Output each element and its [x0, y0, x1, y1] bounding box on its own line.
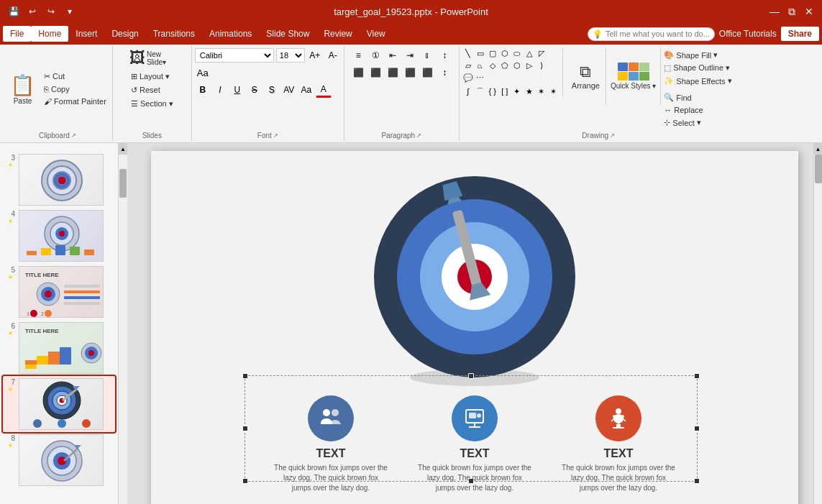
- new-slide-button[interactable]: 🖼 NewSlide▾: [128, 47, 168, 69]
- smart-art-btn[interactable]: ⬛: [419, 65, 435, 81]
- canvas-scroll-track[interactable]: [814, 155, 823, 504]
- slide-thumb-6[interactable]: 6 ★ TITLE HERE: [3, 320, 115, 376]
- office-tutorials-link[interactable]: Office Tutorials: [719, 29, 777, 39]
- shape-oval[interactable]: ⬭: [511, 47, 523, 59]
- align-left-btn[interactable]: ⬛: [350, 65, 366, 81]
- font-expand-icon[interactable]: ↗: [273, 132, 278, 139]
- close-btn[interactable]: ✕: [802, 4, 816, 19]
- replace-button[interactable]: ↔ Replace: [661, 104, 734, 116]
- shape-rect[interactable]: ▭: [475, 47, 486, 59]
- minimize-btn[interactable]: —: [767, 4, 782, 19]
- canvas-vscrollbar[interactable]: ▲ ▼: [813, 143, 822, 504]
- tell-me-bar[interactable]: 💡 Tell me what you want to do...: [588, 27, 715, 41]
- menu-insert[interactable]: Insert: [68, 26, 104, 42]
- menu-animations[interactable]: Animations: [202, 26, 259, 42]
- decrease-indent-btn[interactable]: ⇤: [385, 47, 401, 63]
- underline-btn[interactable]: U: [229, 82, 245, 98]
- strikethrough-btn[interactable]: S: [247, 82, 262, 98]
- shadow-btn[interactable]: S: [264, 82, 280, 98]
- shape-diamond[interactable]: ◇: [487, 60, 498, 71]
- cut-button[interactable]: ✂ Cut: [41, 70, 109, 83]
- restore-btn[interactable]: ⧉: [785, 4, 799, 19]
- increase-indent-btn[interactable]: ⇥: [402, 47, 418, 63]
- shape-arc[interactable]: ⌒: [475, 86, 486, 97]
- font-size-select[interactable]: 18: [276, 48, 305, 63]
- shape-star4[interactable]: ✦: [511, 86, 523, 97]
- layout-button[interactable]: ⊞ Layout ▾: [128, 70, 173, 83]
- bold-btn[interactable]: B: [195, 82, 211, 98]
- menu-file[interactable]: File: [3, 26, 31, 42]
- slide-canvas[interactable]: TEXT The quick brown fox jumps over the …: [151, 151, 798, 505]
- slide-thumb-7[interactable]: 7 ★: [3, 376, 115, 432]
- increase-font-btn[interactable]: A+: [307, 47, 323, 63]
- shape-isosceles-triangle[interactable]: △: [524, 47, 535, 59]
- scroll-thumb[interactable]: [119, 169, 127, 198]
- shape-snip-rect[interactable]: ⬡: [499, 47, 511, 59]
- shape-curve[interactable]: ∫: [462, 86, 474, 97]
- shape-rounded-rect[interactable]: ▢: [487, 47, 498, 59]
- shape-effects-button[interactable]: ✨ Shape Effects ▾: [661, 75, 734, 87]
- bullets-btn[interactable]: ≡: [350, 47, 366, 63]
- shape-parallelogram[interactable]: ▱: [462, 60, 474, 71]
- shape-line[interactable]: ╲: [462, 47, 474, 59]
- clear-format-btn[interactable]: Aa: [195, 65, 211, 81]
- slide-panel[interactable]: 3 ★ 4 ★: [0, 143, 119, 504]
- paragraph-expand-icon[interactable]: ↗: [416, 132, 421, 139]
- shape-more[interactable]: ⋯: [475, 72, 486, 83]
- shape-star5[interactable]: ★: [524, 86, 535, 97]
- shape-star6[interactable]: ✶: [536, 86, 547, 97]
- customize-quick-btn[interactable]: ▾: [62, 4, 78, 19]
- shape-bracket[interactable]: { }: [487, 86, 498, 97]
- copy-button[interactable]: ⎘ Copy: [41, 83, 109, 95]
- undo-quick-btn[interactable]: ↩: [24, 4, 40, 19]
- shape-trapezoid[interactable]: ⏢: [475, 60, 486, 71]
- arrange-button[interactable]: ⧉ Arrange: [566, 47, 606, 105]
- format-painter-button[interactable]: 🖌 Format Painter: [41, 96, 109, 107]
- justify-btn[interactable]: ⬛: [402, 65, 418, 81]
- quick-styles-button[interactable]: Quick Styles ▾: [606, 47, 661, 105]
- shape-brace[interactable]: [ ]: [499, 86, 511, 97]
- shape-pentagon[interactable]: ⬠: [499, 60, 511, 71]
- shape-callout[interactable]: 💬: [462, 72, 474, 83]
- save-quick-btn[interactable]: 💾: [6, 4, 22, 19]
- shape-star8[interactable]: ✴: [548, 86, 560, 97]
- slide-thumb-5[interactable]: 5 ★ TITLE HERE 1 2: [3, 264, 115, 320]
- shape-chevron[interactable]: ⟩: [536, 60, 547, 71]
- target-graphic[interactable]: [363, 165, 586, 390]
- paste-button[interactable]: 📋 Paste: [6, 72, 40, 106]
- slide-thumb-3[interactable]: 3 ★: [3, 152, 115, 208]
- reset-button[interactable]: ↺ Reset: [128, 84, 163, 96]
- scroll-up-btn[interactable]: ▲: [119, 143, 127, 155]
- share-button[interactable]: Share: [781, 27, 819, 41]
- shape-fill-button[interactable]: 🎨 Shape Fill ▾: [661, 49, 734, 61]
- menu-slideshow[interactable]: Slide Show: [259, 26, 316, 42]
- font-family-select[interactable]: Calibri: [195, 48, 274, 63]
- redo-quick-btn[interactable]: ↪: [43, 4, 59, 19]
- menu-home[interactable]: Home: [31, 26, 68, 42]
- align-center-btn[interactable]: ⬛: [367, 65, 383, 81]
- text-direction-btn[interactable]: ↕: [437, 47, 452, 63]
- align-right-btn[interactable]: ⬛: [385, 65, 401, 81]
- menu-transitions[interactable]: Transitions: [146, 26, 202, 42]
- shape-hexagon[interactable]: ⬡: [511, 60, 523, 71]
- select-button[interactable]: ⊹ Select ▾: [661, 116, 734, 129]
- char-spacing-btn[interactable]: AV: [281, 82, 297, 98]
- menu-design[interactable]: Design: [104, 26, 145, 42]
- shape-outline-button[interactable]: ⬚ Shape Outline ▾: [661, 62, 734, 74]
- menu-review[interactable]: Review: [316, 26, 359, 42]
- text-case-btn[interactable]: Aa: [298, 82, 314, 98]
- decrease-font-btn[interactable]: A-: [325, 47, 341, 63]
- shape-arrow[interactable]: ▷: [524, 60, 535, 71]
- columns-btn[interactable]: ⫾: [419, 47, 435, 63]
- slide-panel-scrollbar[interactable]: ▲ ▼: [119, 143, 127, 504]
- menu-view[interactable]: View: [360, 26, 393, 42]
- line-spacing-btn[interactable]: ↕: [437, 65, 452, 81]
- clipboard-expand-icon[interactable]: ↗: [71, 132, 76, 139]
- section-button[interactable]: ☰ Section ▾: [128, 98, 176, 110]
- find-button[interactable]: 🔍 Find: [661, 91, 734, 104]
- scroll-track[interactable]: [119, 155, 127, 504]
- canvas-scroll-up[interactable]: ▲: [814, 143, 823, 155]
- drawing-expand-icon[interactable]: ↗: [610, 132, 615, 139]
- canvas-scroll-thumb[interactable]: [815, 155, 822, 183]
- slide-thumb-8[interactable]: 8 ★: [3, 432, 115, 488]
